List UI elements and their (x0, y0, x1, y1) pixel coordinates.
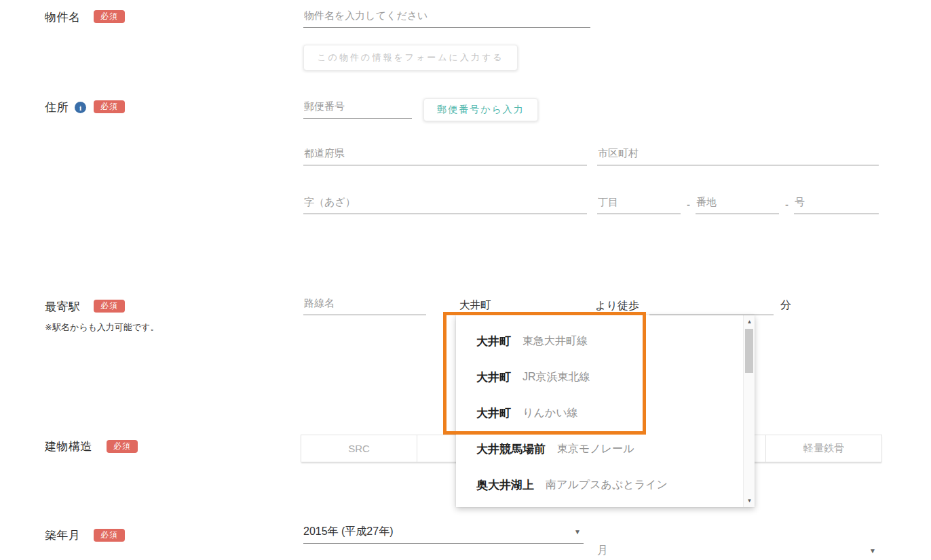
scrollbar-thumb[interactable] (745, 329, 753, 373)
suggestion-line: りんかい線 (522, 406, 578, 420)
address-dash: - (785, 199, 788, 210)
walk-minutes-input[interactable] (649, 298, 774, 315)
required-badge: 必須 (94, 10, 125, 23)
scroll-down-icon[interactable]: ▼ (744, 496, 755, 506)
go-input[interactable] (794, 196, 879, 214)
built-month-select[interactable]: 月 ▼ (597, 544, 879, 560)
suggestion-item[interactable]: 大井町 東急大井町線 (456, 323, 743, 359)
station-label: 最寄駅 (45, 299, 81, 315)
required-badge: 必須 (94, 300, 125, 313)
built-date-label: 築年月 (45, 527, 81, 543)
station-name-value: 大井町 (459, 298, 493, 315)
required-badge: 必須 (94, 529, 125, 542)
structure-option-src[interactable]: SRC (301, 435, 417, 462)
info-icon[interactable]: i (75, 102, 86, 113)
built-year-select[interactable]: 2015年 (平成27年) ▼ (303, 525, 584, 544)
aza-input[interactable] (303, 196, 587, 214)
suggestion-station: 大井町 (476, 405, 511, 421)
suggestion-line: 南アルプスあぷとライン (546, 478, 668, 492)
chome-input[interactable] (597, 196, 681, 214)
suggestion-line: 東急大井町線 (522, 334, 588, 348)
suggestion-line: JR京浜東北線 (522, 370, 590, 384)
prefecture-input[interactable] (303, 147, 587, 165)
chevron-down-icon: ▼ (574, 528, 581, 536)
postal-code-input[interactable] (303, 100, 412, 119)
property-name-input[interactable] (303, 9, 590, 28)
postal-lookup-button[interactable]: 郵便番号から入力 (423, 98, 538, 121)
property-name-label: 物件名 (45, 9, 81, 25)
dropdown-scrollbar[interactable]: ▲ ▼ (743, 315, 755, 507)
autofill-property-button[interactable]: この物件の情報をフォームに入力する (303, 45, 518, 71)
station-suggestion-dropdown: 大井町 東急大井町線 大井町 JR京浜東北線 大井町 りんかい線 大井競馬場前 … (456, 315, 755, 507)
built-month-placeholder: 月 (597, 544, 608, 558)
scroll-up-icon[interactable]: ▲ (744, 317, 755, 327)
chevron-down-icon: ▼ (869, 547, 876, 555)
built-year-value: 2015年 (平成27年) (303, 525, 394, 539)
address-label: 住所 (45, 100, 69, 115)
suggestion-item[interactable]: 奥大井湖上 南アルプスあぷとライン (456, 467, 743, 503)
suggestion-station: 大井町 (476, 369, 511, 385)
suggestion-item[interactable]: 大井町 JR京浜東北線 (456, 359, 743, 395)
minutes-suffix-label: 分 (780, 298, 791, 313)
banchi-input[interactable] (696, 196, 779, 214)
suggestion-item[interactable]: 大井町 りんかい線 (456, 395, 743, 431)
address-dash: - (687, 199, 690, 210)
required-badge: 必須 (94, 100, 125, 113)
suggestion-station: 奥大井湖上 (476, 477, 534, 493)
walk-label: より徒歩 (595, 299, 639, 313)
structure-label: 建物構造 (45, 439, 92, 454)
required-badge: 必須 (107, 440, 138, 453)
suggestion-station: 大井町 (476, 334, 511, 349)
city-input[interactable] (597, 147, 879, 165)
suggestion-item[interactable]: 大井競馬場前 東京モノレール (456, 431, 743, 467)
station-note: ※駅名からも入力可能です。 (45, 321, 159, 334)
station-name-input[interactable]: 大井町 (459, 298, 493, 315)
suggestion-station: 大井競馬場前 (476, 441, 546, 457)
structure-option-light-steel[interactable]: 軽量鉄骨 (765, 435, 881, 462)
line-name-input[interactable] (303, 297, 426, 315)
suggestion-line: 東京モノレール (557, 442, 634, 456)
